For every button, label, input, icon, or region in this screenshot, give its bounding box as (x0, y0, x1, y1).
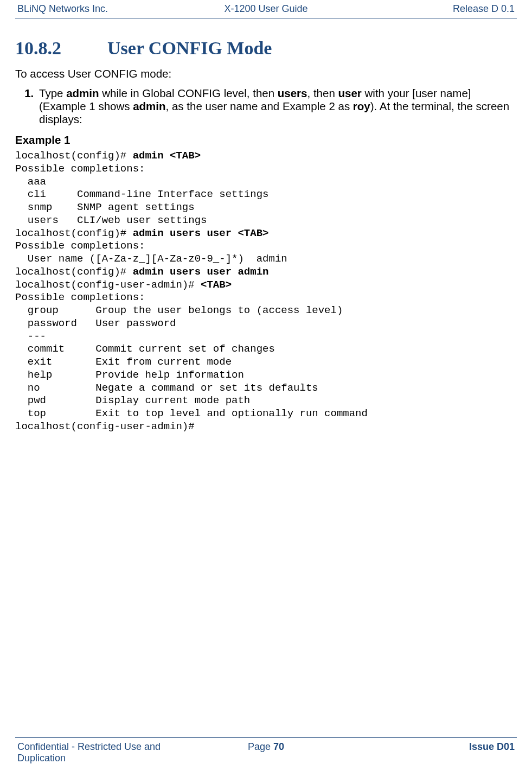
code-l10b: admin users user admin (133, 266, 269, 278)
code-l01b: admin <TAB> (133, 150, 201, 162)
step1-b4: roy (353, 100, 370, 112)
code-l05: snmp SNMP agent settings (15, 201, 195, 213)
code-l10a: localhost(config)# (15, 266, 133, 278)
footer-issue: Issue D01 (349, 741, 515, 753)
step1-b3: admin (133, 100, 165, 112)
example1-label: Example 1 (15, 133, 517, 147)
page-header: BLiNQ Networks Inc. X-1200 User Guide Re… (15, 0, 517, 18)
step1-t2: , then (307, 87, 338, 99)
terminal-output: localhost(config)# admin <TAB> Possible … (15, 150, 517, 434)
code-l04: cli Command-line Interface settings (15, 188, 268, 200)
footer-confidential: Confidential - Restricted Use and Duplic… (17, 741, 183, 764)
step1-b0: admin (66, 87, 99, 99)
code-l14: password User password (15, 317, 176, 329)
section-number: 10.8.2 (15, 38, 107, 59)
code-l12: Possible completions: (15, 291, 145, 303)
code-l09: User name ([A-Za-z_][A-Za-z0-9_-]*) admi… (15, 253, 287, 265)
code-l21: top Exit to top level and optionally run… (15, 408, 368, 419)
code-l15: --- (15, 330, 46, 342)
header-doc-title: X-1200 User Guide (183, 3, 349, 15)
code-l18: help Provide help information (15, 369, 244, 381)
code-l19: no Negate a command or set its defaults (15, 382, 318, 394)
code-l13: group Group the user belongs to (access … (15, 304, 343, 316)
code-l11a: localhost(config-user-admin)# (15, 279, 201, 291)
section-heading: 10.8.2User CONFIG Mode (15, 38, 517, 59)
code-l07a: localhost(config)# (15, 227, 133, 239)
code-l02: Possible completions: (15, 163, 145, 175)
code-l03: aaa (15, 176, 46, 188)
step1-t4: , as the user name and Example 2 as (166, 100, 353, 112)
code-l16: commit Commit current set of changes (15, 343, 275, 355)
step1-b1: users (278, 87, 307, 99)
intro-text: To access User CONFIG mode: (15, 67, 517, 80)
code-l06: users CLI/web user settings (15, 214, 207, 226)
code-l17: exit Exit from current mode (15, 356, 232, 368)
step1-t0: Type (39, 87, 66, 99)
step1-b2: user (338, 87, 362, 99)
footer-page-number: 70 (273, 741, 284, 752)
code-l22: localhost(config-user-admin)# (15, 421, 195, 432)
step-1: Type admin while in Global CONFIG level,… (37, 87, 517, 126)
section-title-text: User CONFIG Mode (107, 38, 272, 58)
code-l08: Possible completions: (15, 240, 145, 252)
code-l07b: admin users user <TAB> (133, 227, 269, 239)
step1-t1: while in Global CONFIG level, then (99, 87, 278, 99)
header-release: Release D 0.1 (349, 3, 515, 15)
steps-list: Type admin while in Global CONFIG level,… (15, 87, 517, 126)
code-l11b: <TAB> (201, 279, 232, 291)
code-l20: pwd Display current mode path (15, 394, 250, 406)
footer-page-label: Page (248, 741, 273, 752)
page-footer: Confidential - Restricted Use and Duplic… (15, 737, 517, 773)
header-company: BLiNQ Networks Inc. (17, 3, 183, 15)
code-l01a: localhost(config)# (15, 150, 133, 162)
footer-page: Page 70 (183, 741, 349, 753)
